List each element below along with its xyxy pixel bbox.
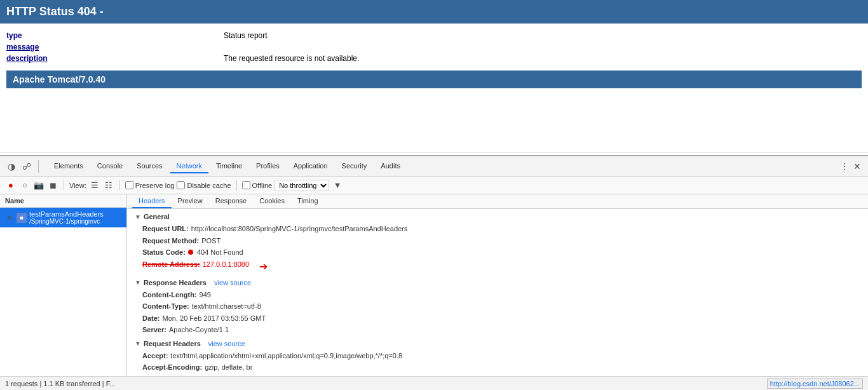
description-label: description bbox=[6, 53, 224, 64]
type-label: type bbox=[6, 30, 224, 41]
message-label: message bbox=[6, 41, 862, 53]
type-value: Status report bbox=[224, 30, 862, 41]
description-value: The requested resource is not available. bbox=[224, 53, 862, 64]
page-title: HTTP Status 404 - bbox=[0, 0, 868, 24]
message-row: message bbox=[6, 41, 862, 53]
type-row: type Status report bbox=[6, 30, 862, 41]
server-label: Apache Tomcat/7.0.40 bbox=[6, 71, 862, 88]
description-row: description The requested resource is no… bbox=[6, 53, 862, 64]
page-body: type Status report message description T… bbox=[0, 24, 868, 95]
page-content: HTTP Status 404 - type Status report mes… bbox=[0, 0, 868, 152]
